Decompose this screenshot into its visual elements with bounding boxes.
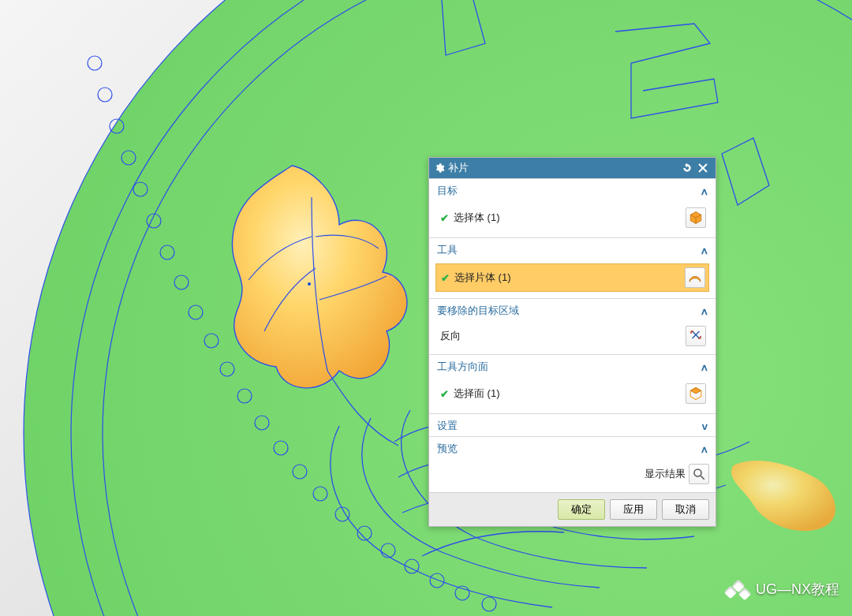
ok-button[interactable]: 确定	[558, 499, 605, 520]
check-icon: ✔	[440, 212, 449, 224]
svg-point-4	[98, 88, 112, 102]
watermark: UG—NX教程	[726, 580, 839, 599]
select-body-label[interactable]: 选择体 (1)	[454, 211, 686, 225]
section-preview-title: 预览	[437, 442, 458, 456]
section-remove-region-title: 要移除的目标区域	[437, 304, 519, 318]
patch-dialog: 补片 目标 ʌ ✔ 选择体 (1) 工具 ʌ	[428, 157, 716, 527]
show-result-button[interactable]	[689, 464, 709, 484]
chevron-up-icon: ʌ	[701, 443, 708, 455]
cancel-button[interactable]: 取消	[662, 499, 709, 520]
select-sheet-label[interactable]: 选择片体 (1)	[454, 271, 685, 285]
cad-viewport[interactable]	[0, 0, 852, 616]
check-icon: ✔	[440, 388, 449, 400]
section-tooldirface-title: 工具方向面	[437, 360, 488, 374]
apply-button[interactable]: 应用	[610, 499, 657, 520]
watermark-text: UG—NX教程	[756, 580, 839, 599]
chevron-up-icon: ʌ	[701, 361, 708, 373]
svg-point-26	[308, 282, 311, 286]
dialog-footer: 确定 应用 取消	[429, 492, 716, 526]
chevron-up-icon: ʌ	[701, 245, 708, 256]
section-target-header[interactable]: 目标 ʌ	[429, 179, 716, 201]
chevron-up-icon: ʌ	[701, 185, 708, 197]
section-tool-header[interactable]: 工具 ʌ	[429, 238, 716, 260]
section-tooldirface-header[interactable]: 工具方向面 ʌ	[429, 355, 716, 377]
svg-point-27	[694, 469, 701, 476]
chevron-up-icon: ʌ	[701, 305, 708, 317]
chevron-down-icon: v	[702, 420, 708, 432]
check-icon: ✔	[441, 272, 450, 284]
section-settings-header[interactable]: 设置 v	[429, 414, 716, 436]
select-face-label[interactable]: 选择面 (1)	[454, 386, 686, 401]
dialog-titlebar[interactable]: 补片	[429, 158, 716, 178]
show-result-label: 显示结果	[645, 467, 686, 481]
section-tool-title: 工具	[437, 243, 458, 257]
svg-point-3	[88, 56, 102, 70]
close-icon[interactable]	[695, 160, 711, 176]
section-preview-header[interactable]: 预览 ʌ	[429, 437, 716, 459]
section-remove-region-header[interactable]: 要移除的目标区域 ʌ	[429, 299, 716, 321]
section-target-title: 目标	[437, 184, 458, 198]
reverse-direction-button[interactable]	[686, 326, 706, 346]
select-body-button[interactable]	[686, 207, 706, 228]
wechat-icon	[726, 580, 749, 599]
dialog-title: 补片	[448, 161, 469, 175]
gear-icon	[434, 162, 445, 174]
reset-icon[interactable]	[679, 160, 695, 176]
select-face-button[interactable]	[686, 383, 706, 404]
section-settings-title: 设置	[437, 419, 458, 433]
select-sheet-button[interactable]	[685, 267, 705, 288]
reverse-label: 反向	[440, 329, 461, 343]
